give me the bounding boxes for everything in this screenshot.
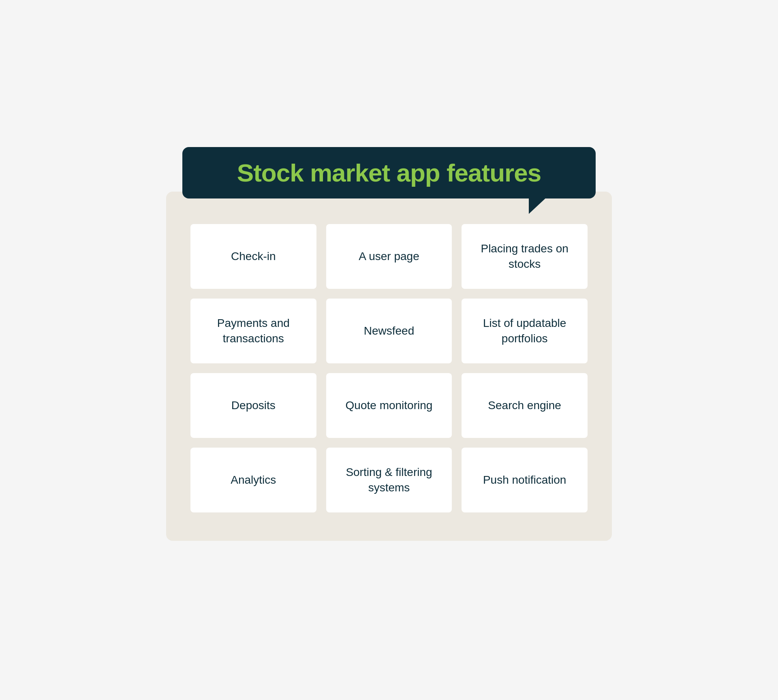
grid-item-label-sorting-filtering: Sorting & filtering systems — [336, 465, 442, 495]
grid-item-newsfeed: Newsfeed — [326, 299, 452, 363]
grid-item-label-deposits: Deposits — [231, 398, 276, 413]
title-bubble: Stock market app features — [182, 147, 596, 198]
grid-item-push-notification: Push notification — [462, 448, 588, 512]
grid-item-label-placing-trades: Placing trades on stocks — [471, 241, 578, 272]
grid-item-analytics: Analytics — [190, 448, 316, 512]
grid-item-deposits: Deposits — [190, 373, 316, 438]
grid-item-label-portfolios: List of updatable portfolios — [471, 316, 578, 346]
grid-item-label-quote-monitoring: Quote monitoring — [346, 398, 433, 413]
grid-item-quote-monitoring: Quote monitoring — [326, 373, 452, 438]
grid-item-label-analytics: Analytics — [231, 472, 276, 488]
features-grid: Check-inA user pagePlacing trades on sto… — [190, 224, 588, 512]
grid-item-portfolios: List of updatable portfolios — [462, 299, 588, 363]
grid-item-user-page: A user page — [326, 224, 452, 289]
grid-item-label-push-notification: Push notification — [483, 472, 566, 488]
grid-item-search-engine: Search engine — [462, 373, 588, 438]
grid-item-label-check-in: Check-in — [231, 249, 276, 264]
grid-item-label-newsfeed: Newsfeed — [364, 323, 415, 339]
page-title: Stock market app features — [202, 158, 576, 187]
grid-item-label-payments: Payments and transactions — [200, 316, 307, 346]
grid-item-check-in: Check-in — [190, 224, 316, 289]
grid-item-label-search-engine: Search engine — [488, 398, 561, 413]
grid-item-sorting-filtering: Sorting & filtering systems — [326, 448, 452, 512]
grid-item-payments: Payments and transactions — [190, 299, 316, 363]
page-container: Stock market app features Check-inA user… — [0, 0, 778, 700]
grid-item-placing-trades: Placing trades on stocks — [462, 224, 588, 289]
main-card: Stock market app features Check-inA user… — [166, 192, 612, 541]
grid-item-label-user-page: A user page — [359, 249, 419, 264]
